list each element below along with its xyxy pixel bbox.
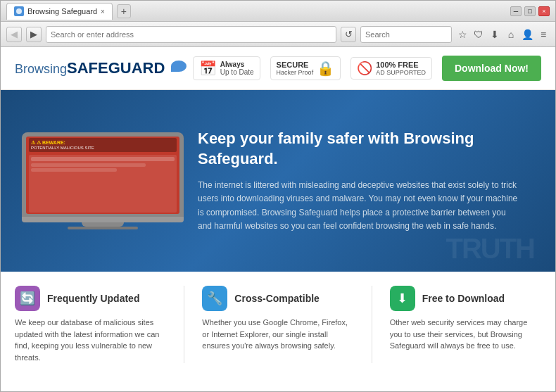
badge-secure: SECURE Hacker Proof 🔒 — [270, 56, 341, 80]
tab-close-btn[interactable]: × — [101, 8, 105, 15]
download-icon[interactable]: ⬇ — [488, 29, 501, 40]
download-feature-icon: ⬇ — [397, 291, 407, 306]
badge-always-updated: 📅 Always Up to Date — [193, 56, 260, 80]
title-bar: Browsing Safeguard × + ─ □ × — [1, 1, 555, 22]
hero-laptop-graphic: ⚠ ⚠ BEWARE: POTENTIALLY MALICIOUS SITE — [1, 118, 198, 244]
header-badges: 📅 Always Up to Date SECURE Hacker Proof … — [193, 56, 541, 81]
search-input[interactable] — [360, 26, 452, 43]
hero-description: The internet is littered with misleading… — [198, 179, 520, 233]
site-logo: BrowsingSAFEGUARD — [15, 59, 187, 77]
forward-icon: ▶ — [30, 29, 37, 39]
window-controls: ─ □ × — [510, 6, 550, 16]
home-icon[interactable]: ⌂ — [505, 29, 517, 40]
maximize-button[interactable]: □ — [524, 6, 536, 16]
browser-tab[interactable]: Browsing Safeguard × — [6, 3, 113, 20]
feature-desc-1: Whether you use Google Chrome, Firefox, … — [202, 317, 353, 352]
feature-icon-1: 🔧 — [202, 286, 227, 311]
calendar-icon: 📅 — [199, 60, 217, 77]
feature-desc-0: We keep our database of malicious sites … — [15, 317, 166, 363]
badge-always-label: Always — [220, 61, 254, 68]
site-header: BrowsingSAFEGUARD 📅 Always Up to Date SE… — [1, 47, 555, 90]
feature-item-1: 🔧 Cross-Compatible Whether you use Googl… — [202, 286, 353, 363]
nav-icon-group: ☆ 🛡 ⬇ ⌂ 👤 ≡ — [456, 29, 550, 40]
warning-icon: ⚠ — [31, 140, 37, 145]
tab-title: Browsing Safeguard — [27, 7, 97, 15]
page-content: BrowsingSAFEGUARD 📅 Always Up to Date SE… — [1, 47, 555, 391]
tools-feature-icon: 🔧 — [207, 291, 222, 306]
feature-separator-1 — [184, 286, 184, 363]
feature-separator-2 — [372, 286, 372, 363]
logo-cloud-icon — [171, 61, 187, 72]
laptop-base — [22, 217, 184, 222]
laptop-screen-frame: ⚠ ⚠ BEWARE: POTENTIALLY MALICIOUS SITE — [22, 132, 184, 217]
feature-header-2: ⬇ Free to Download — [390, 286, 541, 311]
badge-ad-label: AD SUPPORTED — [376, 69, 426, 76]
no-icon: 🚫 — [357, 61, 372, 76]
badge-updated-label: Up to Date — [220, 68, 254, 76]
back-button[interactable]: ◀ — [6, 27, 22, 42]
person-icon[interactable]: 👤 — [521, 29, 533, 40]
feature-item-0: 🔄 Frequently Updated We keep our databas… — [15, 286, 166, 363]
logo-browsing: Browsing — [15, 62, 67, 76]
badge-secure-label: SECURE — [277, 61, 314, 69]
warning-subtitle: POTENTIALLY MALICIOUS SITE — [31, 146, 175, 150]
shield-icon[interactable]: 🛡 — [472, 29, 485, 40]
laptop-foot — [68, 227, 138, 229]
badge-free-text: 100% FREE AD SUPPORTED — [376, 61, 426, 76]
close-button[interactable]: × — [538, 6, 550, 16]
nav-bar: ◀ ▶ ↺ ☆ 🛡 ⬇ ⌂ 👤 ≡ — [1, 22, 555, 47]
badge-free-label: 100% FREE — [376, 61, 426, 69]
star-icon[interactable]: ☆ — [456, 29, 469, 40]
badge-hacker-label: Hacker Proof — [277, 69, 314, 76]
feature-title-1: Cross-Compatible — [234, 293, 320, 304]
address-bar[interactable] — [46, 26, 336, 43]
hero-title: Keep your family safer with Browsing Saf… — [198, 129, 520, 169]
features-section: 🔄 Frequently Updated We keep our databas… — [1, 272, 555, 377]
menu-icon[interactable]: ≡ — [537, 29, 550, 40]
feature-title-2: Free to Download — [422, 293, 505, 304]
minimize-button[interactable]: ─ — [510, 6, 522, 16]
laptop-line-2 — [31, 163, 146, 167]
laptop-line-3 — [31, 168, 117, 172]
laptop-screen: ⚠ ⚠ BEWARE: POTENTIALLY MALICIOUS SITE — [26, 137, 179, 214]
lock-icon: 🔒 — [317, 60, 334, 77]
refresh-feature-icon: 🔄 — [20, 291, 35, 306]
badge-secure-text: SECURE Hacker Proof — [277, 61, 314, 76]
feature-icon-0: 🔄 — [15, 286, 40, 311]
laptop-content-area — [29, 155, 177, 213]
logo-safeguard: SAFEGUARD — [67, 59, 165, 77]
feature-title-0: Frequently Updated — [47, 293, 139, 304]
tab-favicon — [14, 6, 24, 16]
feature-header-0: 🔄 Frequently Updated — [15, 286, 166, 311]
feature-header-1: 🔧 Cross-Compatible — [202, 286, 353, 311]
refresh-button[interactable]: ↺ — [341, 27, 356, 42]
refresh-icon: ↺ — [345, 29, 353, 39]
forward-button[interactable]: ▶ — [26, 27, 42, 42]
browser-window: Browsing Safeguard × + ─ □ × ◀ ▶ ↺ ☆ 🛡 ⬇… — [0, 0, 556, 392]
feature-item-2: ⬇ Free to Download Other web security se… — [390, 286, 541, 363]
hero-watermark: TRUTH — [446, 233, 534, 265]
warning-box: ⚠ ⚠ BEWARE: POTENTIALLY MALICIOUS SITE — [29, 138, 177, 152]
laptop-line-1 — [31, 157, 175, 161]
hero-text: Keep your family safer with Browsing Saf… — [198, 129, 534, 233]
feature-desc-2: Other web security services may charge y… — [390, 317, 541, 352]
feature-icon-2: ⬇ — [390, 286, 415, 311]
new-tab-button[interactable]: + — [117, 4, 131, 18]
svg-point-0 — [16, 8, 22, 14]
download-now-button[interactable]: Download Now! — [442, 56, 541, 81]
warning-title: ⚠ ⚠ BEWARE: — [31, 140, 175, 146]
badge-free: 🚫 100% FREE AD SUPPORTED — [350, 57, 432, 80]
hero-section: ⚠ ⚠ BEWARE: POTENTIALLY MALICIOUS SITE — [1, 90, 555, 272]
badge-updated-text: Always Up to Date — [220, 61, 254, 76]
back-icon: ◀ — [11, 29, 18, 39]
